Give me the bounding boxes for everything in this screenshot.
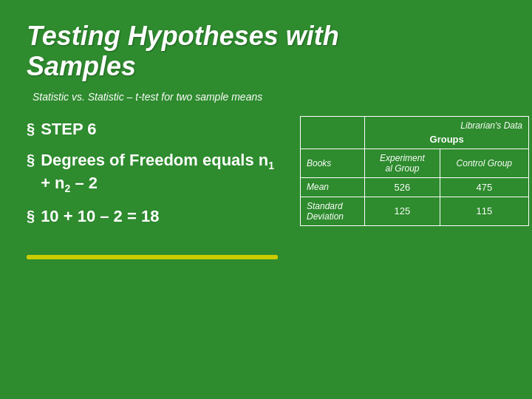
std-dev-label: StandardDeviation [301, 197, 365, 225]
std-dev-control: 115 [440, 197, 528, 225]
bullet-text-3: 10 + 10 – 2 = 18 [41, 206, 159, 228]
bullet-marker-1: § [27, 119, 35, 138]
empty-cell-2 [301, 132, 365, 149]
mean-control: 475 [440, 177, 528, 197]
bullet-marker-2: § [27, 150, 35, 169]
bullet-list: § STEP 6 § Degrees of Freedom equals n1 … [27, 116, 278, 259]
bullet-item-2: § Degrees of Freedom equals n1 + n2 – 2 [27, 150, 278, 195]
groups-header-row: Groups [301, 132, 529, 149]
std-dev-experimental: 125 [365, 197, 440, 225]
books-header: Books [301, 149, 365, 177]
mean-row: Mean 526 475 [301, 177, 529, 197]
groups-label: Groups [365, 132, 529, 149]
mean-experimental: 526 [365, 177, 440, 197]
mean-label: Mean [301, 177, 365, 197]
librarians-data-table: Librarian's Data Groups Books Experiment… [300, 116, 529, 226]
title-line2: Samples [27, 51, 136, 81]
bullet-marker-3: § [27, 206, 35, 225]
title-line1: Testing Hypotheses with [27, 21, 339, 51]
empty-cell-1 [301, 116, 365, 132]
librarians-data-header-row: Librarian's Data [301, 116, 529, 132]
content-area: § STEP 6 § Degrees of Freedom equals n1 … [27, 116, 505, 259]
std-dev-row: StandardDeviation 125 115 [301, 197, 529, 225]
experimental-header: Experimental Group [365, 149, 440, 177]
decorative-bar [27, 255, 278, 259]
column-header-row: Books Experimental Group Control Group [301, 149, 529, 177]
subtitle: Statistic vs. Statistic – t-test for two… [33, 91, 505, 103]
bullet-item-3: § 10 + 10 – 2 = 18 [27, 206, 278, 228]
bullet-text-1: STEP 6 [41, 119, 96, 140]
bullet-item-1: § STEP 6 [27, 119, 278, 140]
slide: Testing Hypotheses with Samples Statisti… [0, 0, 532, 399]
data-table-container: Librarian's Data Groups Books Experiment… [300, 116, 529, 226]
librarians-data-label: Librarian's Data [365, 116, 529, 132]
control-header: Control Group [440, 149, 528, 177]
bullet-text-2: Degrees of Freedom equals n1 + n2 – 2 [41, 150, 278, 195]
slide-title: Testing Hypotheses with Samples [27, 21, 505, 82]
